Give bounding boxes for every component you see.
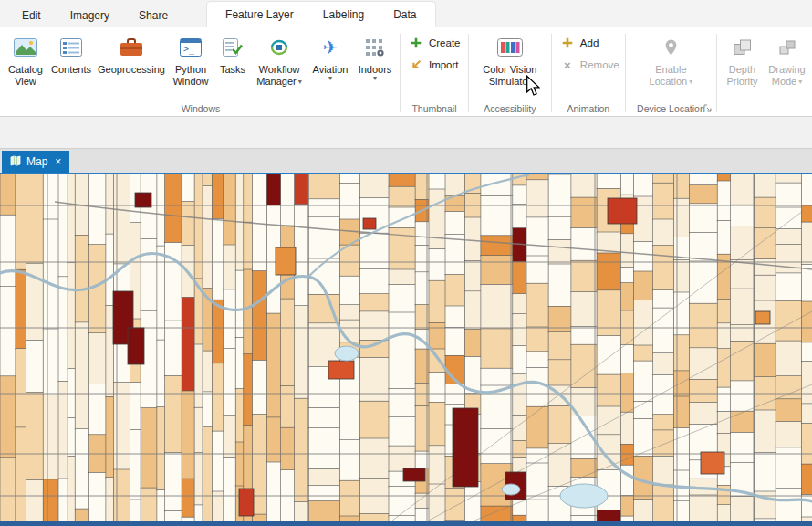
contents-label: Contents [51,64,91,76]
catalog-view-icon [14,33,37,62]
ribbon-group-device-location: Enable Location▾ Device Location [626,27,716,116]
add-animation-button[interactable]: Add [560,36,599,50]
aviation-button[interactable]: ✈ Aviation ▾ [307,30,353,82]
geoprocessing-button[interactable]: Geoprocessing [96,30,167,77]
enable-location-label: Enable Location [650,64,688,87]
import-thumbnail-button[interactable]: Import [409,58,459,72]
workflow-manager-button[interactable]: Workflow Manager▾ [251,30,307,89]
map-view[interactable] [0,173,812,521]
python-window-label: Python Window [169,64,213,88]
chevron-down-icon: ▾ [328,76,332,81]
ribbon-group-depth-drawing: Depth Priority Drawing Mode▾ [717,27,812,116]
python-window-button[interactable]: >_ Python Window [167,30,214,89]
workflow-manager-label: Workflow Manager [256,64,299,87]
catalog-view-label: Catalog View [6,64,45,88]
group-label-windows: Windows [2,100,400,116]
tasks-button[interactable]: Tasks [214,30,251,77]
remove-icon: × [560,58,575,72]
close-map-tab-icon[interactable]: × [55,156,61,167]
python-window-icon: >_ [180,33,202,62]
ribbon-group-accessibility: Color Vision Simulator Accessibility [469,27,551,116]
ribbon-tab-row: Edit Imagery Share Feature Layer Labelin… [0,0,812,27]
color-vision-simulator-icon [497,33,523,62]
color-vision-simulator-label: Color Vision Simulator [474,64,547,88]
tasks-label: Tasks [220,64,245,76]
map-icon [10,155,21,169]
ribbon-tab-share[interactable]: Share [124,3,182,27]
color-vision-simulator-button[interactable]: Color Vision Simulator [472,30,548,89]
add-icon [560,36,575,50]
chevron-down-icon: ▾ [373,76,377,81]
catalog-view-button[interactable]: Catalog View [5,30,47,89]
document-area-margin [0,117,812,148]
chevron-down-icon: ▾ [798,78,802,86]
contents-button[interactable]: Contents [47,30,96,77]
ribbon-body: Catalog View Contents Geoprocessing [0,27,812,117]
import-label: Import [429,59,459,70]
group-label-animation: Animation [552,100,625,116]
group-label-device-location: Device Location [626,100,716,116]
ribbon: Edit Imagery Share Feature Layer Labelin… [0,0,812,117]
ribbon-group-thumbnail: Create Import Thumbnail [401,27,468,116]
ribbon-tab-data[interactable]: Data [379,3,431,27]
group-label-empty [717,100,812,116]
location-pin-icon [664,33,678,62]
drawing-mode-button[interactable]: Drawing Mode▾ [765,30,809,89]
group-label-accessibility: Accessibility [469,100,551,116]
dialog-launcher-icon[interactable] [703,103,713,114]
map-view-tab-label: Map [26,155,47,168]
create-thumbnail-button[interactable]: Create [409,36,461,50]
tasks-icon [223,33,243,62]
chevron-down-icon: ▾ [298,78,302,86]
map-canvas[interactable] [0,174,812,521]
depth-priority-label: Depth Priority [722,64,763,88]
drawing-mode-icon [778,33,796,62]
enable-location-button[interactable]: Enable Location▾ [640,30,702,89]
ribbon-tab-imagery[interactable]: Imagery [56,3,124,27]
ribbon-tab-edit[interactable]: Edit [7,3,56,27]
geoprocessing-icon [120,33,143,62]
group-label-thumbnail: Thumbnail [401,100,468,116]
ribbon-group-animation: Add × Remove Animation [552,27,625,116]
workflow-manager-icon [268,33,290,62]
depth-priority-icon [734,33,752,62]
map-view-tab[interactable]: Map × [2,151,69,173]
create-icon [409,36,423,50]
aviation-icon: ✈ [323,33,338,62]
chevron-down-icon: ▾ [689,78,692,86]
indoors-button[interactable]: Indoors ▾ [353,30,397,82]
contextual-tab-group: Feature Layer Labeling Data [206,1,435,27]
depth-priority-button[interactable]: Depth Priority [720,30,765,89]
ribbon-tab-labeling[interactable]: Labeling [308,3,379,27]
ribbon-group-windows: Catalog View Contents Geoprocessing [2,27,400,116]
remove-animation-button[interactable]: × Remove [560,58,619,72]
geoprocessing-label: Geoprocessing [98,64,165,76]
contents-icon [60,33,82,62]
remove-label: Remove [580,59,619,70]
import-icon [409,58,423,72]
status-bar [0,521,812,526]
svg-text:>_: >_ [183,44,195,55]
add-label: Add [580,37,599,48]
create-label: Create [429,37,461,48]
view-tab-strip: Map × [0,148,812,173]
ribbon-tab-feature-layer[interactable]: Feature Layer [211,3,308,27]
indoors-icon [365,33,385,62]
